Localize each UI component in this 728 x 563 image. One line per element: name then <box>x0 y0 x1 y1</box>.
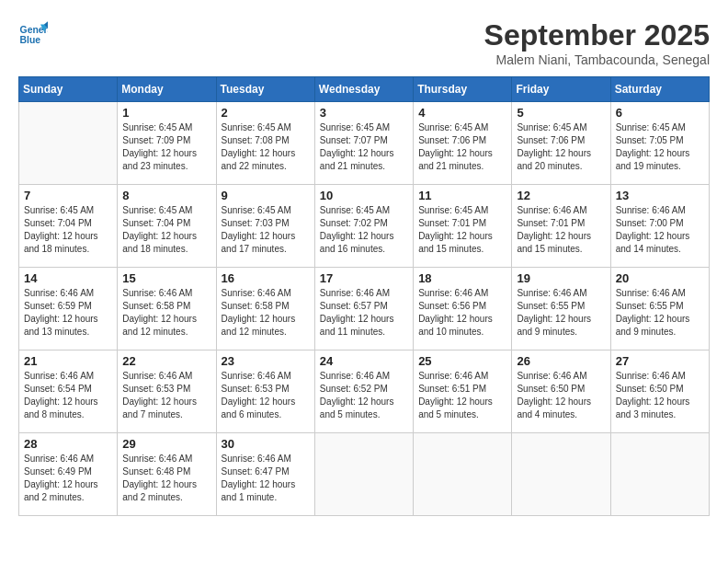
calendar-cell <box>414 433 512 516</box>
day-number: 24 <box>320 354 408 368</box>
day-number: 15 <box>122 271 210 285</box>
day-info: Sunrise: 6:46 AM Sunset: 6:59 PM Dayligh… <box>24 287 112 339</box>
day-info: Sunrise: 6:45 AM Sunset: 7:01 PM Dayligh… <box>418 204 506 256</box>
week-row-1: 1Sunrise: 6:45 AM Sunset: 7:09 PM Daylig… <box>19 102 710 185</box>
day-number: 1 <box>122 106 210 120</box>
logo: General Blue <box>18 18 48 48</box>
day-number: 16 <box>222 271 310 285</box>
svg-text:Blue: Blue <box>20 35 41 45</box>
calendar-table: SundayMondayTuesdayWednesdayThursdayFrid… <box>18 76 710 516</box>
day-info: Sunrise: 6:46 AM Sunset: 6:49 PM Dayligh… <box>24 453 112 504</box>
day-info: Sunrise: 6:46 AM Sunset: 6:55 PM Dayligh… <box>616 287 704 339</box>
day-info: Sunrise: 6:45 AM Sunset: 7:08 PM Dayligh… <box>222 121 310 173</box>
calendar-cell: 18Sunrise: 6:46 AM Sunset: 6:56 PM Dayli… <box>414 268 512 350</box>
calendar-cell: 10Sunrise: 6:45 AM Sunset: 7:02 PM Dayli… <box>314 185 413 268</box>
logo-icon: General Blue <box>18 18 48 48</box>
location: Malem Niani, Tambacounda, Senegal <box>484 52 710 67</box>
weekday-wednesday: Wednesday <box>314 77 413 102</box>
calendar-cell: 7Sunrise: 6:45 AM Sunset: 7:04 PM Daylig… <box>19 185 118 268</box>
calendar-cell: 8Sunrise: 6:45 AM Sunset: 7:04 PM Daylig… <box>118 185 216 268</box>
day-number: 21 <box>24 354 112 368</box>
day-info: Sunrise: 6:45 AM Sunset: 7:03 PM Dayligh… <box>222 204 310 256</box>
day-info: Sunrise: 6:46 AM Sunset: 6:51 PM Dayligh… <box>418 370 506 421</box>
calendar-cell: 21Sunrise: 6:46 AM Sunset: 6:54 PM Dayli… <box>19 350 118 433</box>
calendar-cell: 20Sunrise: 6:46 AM Sunset: 6:55 PM Dayli… <box>610 268 709 350</box>
day-info: Sunrise: 6:46 AM Sunset: 6:48 PM Dayligh… <box>122 453 210 504</box>
weekday-thursday: Thursday <box>414 77 512 102</box>
day-number: 14 <box>24 271 112 285</box>
day-number: 5 <box>517 106 605 120</box>
day-info: Sunrise: 6:46 AM Sunset: 6:58 PM Dayligh… <box>222 287 310 339</box>
week-row-3: 14Sunrise: 6:46 AM Sunset: 6:59 PM Dayli… <box>19 268 710 350</box>
calendar-cell: 24Sunrise: 6:46 AM Sunset: 6:52 PM Dayli… <box>314 350 413 433</box>
calendar-cell: 12Sunrise: 6:46 AM Sunset: 7:01 PM Dayli… <box>512 185 610 268</box>
month-title: September 2025 <box>484 18 710 52</box>
day-number: 17 <box>320 271 408 285</box>
weekday-tuesday: Tuesday <box>216 77 314 102</box>
calendar-cell: 6Sunrise: 6:45 AM Sunset: 7:05 PM Daylig… <box>610 102 709 185</box>
day-number: 18 <box>418 271 506 285</box>
day-info: Sunrise: 6:46 AM Sunset: 6:55 PM Dayligh… <box>517 287 605 339</box>
day-number: 7 <box>24 189 112 202</box>
day-info: Sunrise: 6:46 AM Sunset: 6:57 PM Dayligh… <box>320 287 408 339</box>
calendar-cell: 2Sunrise: 6:45 AM Sunset: 7:08 PM Daylig… <box>216 102 314 185</box>
day-number: 9 <box>222 189 310 202</box>
calendar-cell: 3Sunrise: 6:45 AM Sunset: 7:07 PM Daylig… <box>314 102 413 185</box>
weekday-friday: Friday <box>512 77 610 102</box>
title-block: September 2025 Malem Niani, Tambacounda,… <box>484 18 710 67</box>
day-number: 22 <box>122 354 210 368</box>
day-info: Sunrise: 6:46 AM Sunset: 6:58 PM Dayligh… <box>122 287 210 339</box>
day-info: Sunrise: 6:45 AM Sunset: 7:05 PM Dayligh… <box>616 121 704 173</box>
day-info: Sunrise: 6:45 AM Sunset: 7:04 PM Dayligh… <box>24 204 112 256</box>
page-header: General Blue September 2025 Malem Niani,… <box>18 18 710 67</box>
calendar-cell: 4Sunrise: 6:45 AM Sunset: 7:06 PM Daylig… <box>414 102 512 185</box>
day-info: Sunrise: 6:46 AM Sunset: 6:47 PM Dayligh… <box>222 453 310 504</box>
calendar-cell: 9Sunrise: 6:45 AM Sunset: 7:03 PM Daylig… <box>216 185 314 268</box>
day-info: Sunrise: 6:46 AM Sunset: 7:01 PM Dayligh… <box>517 204 605 256</box>
day-info: Sunrise: 6:45 AM Sunset: 7:07 PM Dayligh… <box>320 121 408 173</box>
day-number: 2 <box>222 106 310 120</box>
calendar-cell: 19Sunrise: 6:46 AM Sunset: 6:55 PM Dayli… <box>512 268 610 350</box>
calendar-cell: 14Sunrise: 6:46 AM Sunset: 6:59 PM Dayli… <box>19 268 118 350</box>
day-number: 20 <box>616 271 704 285</box>
weekday-header-row: SundayMondayTuesdayWednesdayThursdayFrid… <box>19 77 710 102</box>
day-number: 3 <box>320 106 408 120</box>
day-number: 19 <box>517 271 605 285</box>
weekday-saturday: Saturday <box>610 77 709 102</box>
calendar-cell: 1Sunrise: 6:45 AM Sunset: 7:09 PM Daylig… <box>118 102 216 185</box>
day-number: 11 <box>418 189 506 202</box>
calendar-cell: 28Sunrise: 6:46 AM Sunset: 6:49 PM Dayli… <box>19 433 118 516</box>
day-number: 30 <box>222 437 310 451</box>
calendar-body: 1Sunrise: 6:45 AM Sunset: 7:09 PM Daylig… <box>19 102 710 516</box>
day-info: Sunrise: 6:46 AM Sunset: 6:54 PM Dayligh… <box>24 370 112 421</box>
day-number: 13 <box>616 189 704 202</box>
day-info: Sunrise: 6:45 AM Sunset: 7:04 PM Dayligh… <box>122 204 210 256</box>
calendar-cell: 30Sunrise: 6:46 AM Sunset: 6:47 PM Dayli… <box>216 433 314 516</box>
day-number: 10 <box>320 189 408 202</box>
day-info: Sunrise: 6:45 AM Sunset: 7:06 PM Dayligh… <box>418 121 506 173</box>
day-number: 12 <box>517 189 605 202</box>
day-number: 27 <box>616 354 704 368</box>
day-number: 29 <box>122 437 210 451</box>
calendar-cell: 15Sunrise: 6:46 AM Sunset: 6:58 PM Dayli… <box>118 268 216 350</box>
day-number: 8 <box>122 189 210 202</box>
day-info: Sunrise: 6:46 AM Sunset: 6:53 PM Dayligh… <box>122 370 210 421</box>
day-number: 25 <box>418 354 506 368</box>
calendar-cell: 16Sunrise: 6:46 AM Sunset: 6:58 PM Dayli… <box>216 268 314 350</box>
calendar-cell: 25Sunrise: 6:46 AM Sunset: 6:51 PM Dayli… <box>414 350 512 433</box>
week-row-5: 28Sunrise: 6:46 AM Sunset: 6:49 PM Dayli… <box>19 433 710 516</box>
day-info: Sunrise: 6:45 AM Sunset: 7:06 PM Dayligh… <box>517 121 605 173</box>
week-row-4: 21Sunrise: 6:46 AM Sunset: 6:54 PM Dayli… <box>19 350 710 433</box>
day-number: 23 <box>222 354 310 368</box>
calendar-cell: 23Sunrise: 6:46 AM Sunset: 6:53 PM Dayli… <box>216 350 314 433</box>
day-number: 6 <box>616 106 704 120</box>
day-info: Sunrise: 6:46 AM Sunset: 6:56 PM Dayligh… <box>418 287 506 339</box>
day-info: Sunrise: 6:45 AM Sunset: 7:09 PM Dayligh… <box>122 121 210 173</box>
calendar-cell: 22Sunrise: 6:46 AM Sunset: 6:53 PM Dayli… <box>118 350 216 433</box>
calendar-cell: 5Sunrise: 6:45 AM Sunset: 7:06 PM Daylig… <box>512 102 610 185</box>
calendar-cell <box>314 433 413 516</box>
week-row-2: 7Sunrise: 6:45 AM Sunset: 7:04 PM Daylig… <box>19 185 710 268</box>
calendar-cell: 13Sunrise: 6:46 AM Sunset: 7:00 PM Dayli… <box>610 185 709 268</box>
weekday-monday: Monday <box>118 77 216 102</box>
day-info: Sunrise: 6:46 AM Sunset: 6:50 PM Dayligh… <box>517 370 605 421</box>
